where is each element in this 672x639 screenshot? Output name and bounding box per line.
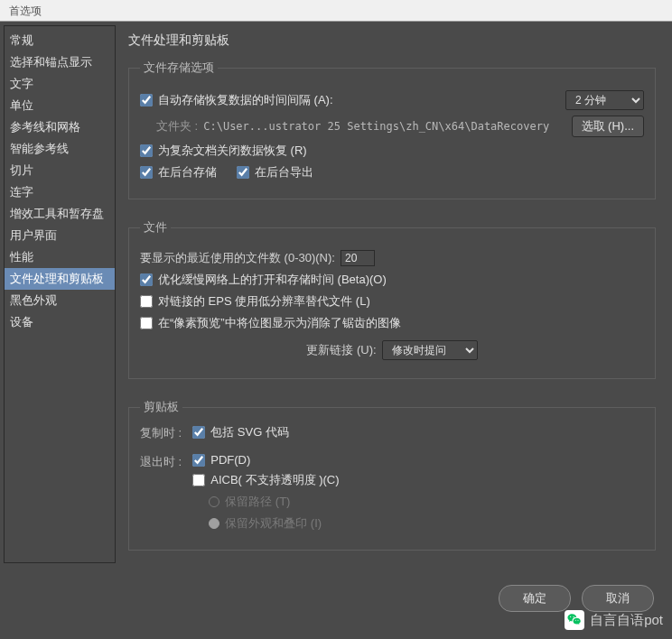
aicb-label[interactable]: AICB( 不支持透明度 )(C) [210, 472, 339, 488]
complex-off-checkbox[interactable] [140, 144, 153, 157]
watermark: 自言自语pot [565, 610, 663, 630]
category-sidebar: 常规选择和锚点显示文字单位参考线和网格智能参考线切片连字增效工具和暂存盘用户界面… [4, 25, 116, 563]
optimize-slow-label[interactable]: 优化缓慢网络上的打开和存储时间 (Beta)(O) [158, 272, 387, 288]
recent-files-label: 要显示的最近使用的文件数 (0-30)(N): [140, 250, 335, 266]
group-clipboard-legend: 剪贴板 [140, 399, 182, 415]
include-svg-label[interactable]: 包括 SVG 代码 [210, 424, 289, 440]
preserve-appearance-label: 保留外观和叠印 (I) [225, 515, 322, 532]
window-titlebar: 首选项 [0, 0, 672, 22]
sidebar-item[interactable]: 连字 [5, 181, 115, 203]
preserve-paths-label: 保留路径 (T) [225, 494, 290, 510]
bg-export-label[interactable]: 在后台导出 [255, 164, 313, 181]
include-svg-checkbox[interactable] [192, 426, 205, 439]
lowres-eps-label[interactable]: 对链接的 EPS 使用低分辨率替代文件 (L) [158, 293, 370, 310]
folder-path: C:\User...ustrator 25 Settings\zh_CN\x64… [203, 120, 549, 133]
sidebar-item[interactable]: 智能参考线 [5, 138, 115, 160]
auto-recover-label[interactable]: 自动存储恢复数据的时间间隔 (A): [158, 92, 333, 108]
sidebar-item[interactable]: 黑色外观 [5, 290, 115, 311]
sidebar-item[interactable]: 参考线和网格 [5, 116, 115, 138]
aicb-checkbox[interactable] [192, 474, 205, 486]
sidebar-item[interactable]: 增效工具和暂存盘 [5, 203, 115, 225]
sidebar-item[interactable]: 设备 [5, 311, 115, 333]
bg-save-label[interactable]: 在后台存储 [158, 164, 217, 181]
pixel-preview-label[interactable]: 在“像素预览”中将位图显示为消除了锯齿的图像 [158, 315, 401, 331]
sidebar-item[interactable]: 单位 [5, 95, 115, 116]
sidebar-item[interactable]: 切片 [5, 160, 115, 181]
bg-export-checkbox[interactable] [237, 166, 249, 179]
sidebar-item[interactable]: 用户界面 [5, 225, 115, 246]
page-title: 文件处理和剪贴板 [128, 32, 656, 49]
pdf-checkbox[interactable] [192, 454, 205, 467]
recover-interval-select[interactable]: 30 秒1 分钟2 分钟5 分钟10 分钟 [565, 90, 644, 110]
pdf-label[interactable]: PDF(D) [210, 453, 250, 467]
preferences-main: 常规选择和锚点显示文字单位参考线和网格智能参考线切片连字增效工具和暂存盘用户界面… [0, 22, 672, 639]
cancel-button[interactable]: 取消 [582, 585, 654, 612]
sidebar-item[interactable]: 常规 [5, 30, 115, 51]
update-links-label: 更新链接 (U): [306, 342, 376, 358]
folder-label: 文件夹 : [156, 118, 198, 134]
choose-folder-button[interactable]: 选取 (H)... [572, 116, 645, 137]
watermark-text: 自言自语pot [590, 612, 663, 629]
wechat-icon [565, 610, 584, 630]
pixel-preview-checkbox[interactable] [140, 317, 153, 329]
sidebar-item[interactable]: 文字 [5, 73, 115, 95]
lowres-eps-checkbox[interactable] [140, 295, 153, 308]
preserve-appearance-radio [209, 518, 219, 529]
recent-files-input[interactable] [341, 250, 375, 266]
complex-off-label[interactable]: 为复杂文档关闭数据恢复 (R) [158, 143, 307, 159]
content-pane: 文件处理和剪贴板 文件存储选项 自动存储恢复数据的时间间隔 (A): 30 秒1… [116, 25, 672, 639]
group-files-legend: 文件 [140, 219, 171, 236]
dialog-button-row: 确定 取消 [499, 585, 654, 612]
copy-label: 复制时 : [140, 424, 182, 441]
preserve-paths-radio [209, 496, 219, 507]
group-file-save-legend: 文件存储选项 [140, 60, 218, 76]
group-file-save: 文件存储选项 自动存储恢复数据的时间间隔 (A): 30 秒1 分钟2 分钟5 … [128, 60, 656, 199]
sidebar-item[interactable]: 选择和锚点显示 [5, 51, 115, 73]
group-clipboard: 剪贴板 复制时 : 包括 SVG 代码 退出时 : PDF(D) [128, 399, 656, 551]
sidebar-item[interactable]: 性能 [5, 246, 115, 268]
group-files: 文件 要显示的最近使用的文件数 (0-30)(N): 优化缓慢网络上的打开和存储… [128, 219, 656, 379]
bg-save-checkbox[interactable] [140, 166, 153, 179]
update-links-select[interactable]: 修改时提问总是从不 [382, 340, 478, 360]
auto-recover-checkbox[interactable] [140, 94, 153, 106]
ok-button[interactable]: 确定 [499, 585, 571, 612]
optimize-slow-checkbox[interactable] [140, 273, 153, 286]
window-title: 首选项 [9, 5, 42, 17]
sidebar-item[interactable]: 文件处理和剪贴板 [5, 268, 115, 290]
quit-label: 退出时 : [140, 453, 182, 470]
